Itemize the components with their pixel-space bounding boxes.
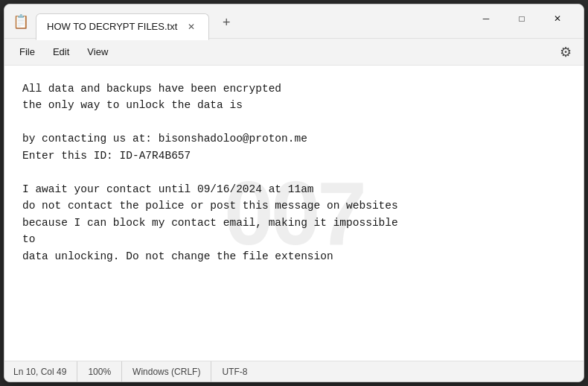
minimize-button[interactable]: ─ xyxy=(469,7,503,31)
close-button[interactable]: ✕ xyxy=(540,7,575,31)
line-ending[interactable]: Windows (CRLF) xyxy=(122,361,211,382)
cursor-position: Ln 10, Col 49 xyxy=(13,361,77,382)
app-icon: 📋 xyxy=(13,14,28,29)
zoom-level[interactable]: 100% xyxy=(77,361,122,382)
status-bar: Ln 10, Col 49 100% Windows (CRLF) UTF-8 xyxy=(4,361,584,382)
active-tab[interactable]: HOW TO DECRYPT FILES.txt ✕ xyxy=(36,13,209,40)
notepad-window: 📋 HOW TO DECRYPT FILES.txt ✕ + ─ □ ✕ Fil… xyxy=(4,4,584,382)
encoding[interactable]: UTF-8 xyxy=(211,361,258,382)
maximize-button[interactable]: □ xyxy=(505,7,539,31)
text-editor-area[interactable]: 007 All data and backups have been encry… xyxy=(4,66,584,361)
menu-view[interactable]: View xyxy=(78,43,117,60)
menu-bar: File Edit View ⚙ xyxy=(4,39,584,66)
tab-title: HOW TO DECRYPT FILES.txt xyxy=(47,21,177,32)
menu-file[interactable]: File xyxy=(10,43,44,60)
menu-edit[interactable]: Edit xyxy=(44,43,78,60)
window-controls: ─ □ ✕ xyxy=(469,7,575,31)
editor-content[interactable]: All data and backups have been encrypted… xyxy=(22,80,566,265)
title-bar: 📋 HOW TO DECRYPT FILES.txt ✕ + ─ □ ✕ xyxy=(4,4,584,39)
new-tab-button[interactable]: + xyxy=(215,12,237,34)
tab-close-button[interactable]: ✕ xyxy=(185,20,198,34)
settings-button[interactable]: ⚙ xyxy=(554,40,578,64)
